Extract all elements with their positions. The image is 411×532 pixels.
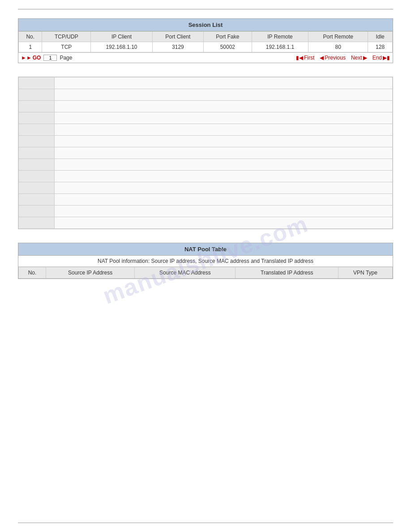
col-portclient: Port Client — [152, 32, 203, 42]
cell-ipremote: 192.168.1.1 — [252, 42, 308, 52]
middle-table-row — [19, 124, 393, 136]
middle-cell-left — [19, 136, 55, 147]
nat-pool-title: NAT Pool Table — [18, 243, 393, 256]
col-idle: Idle — [368, 32, 393, 42]
middle-cell-left — [19, 124, 55, 136]
page-label: Page — [60, 55, 72, 61]
previous-arrow-icon: ◀ — [320, 55, 324, 61]
middle-cell-right — [55, 171, 393, 182]
middle-cell-right — [55, 194, 393, 206]
nat-pool-container: NAT Pool Table NAT Pool information: Sou… — [18, 243, 393, 279]
nat-pool-table: No. Source IP Address Source MAC Address… — [18, 267, 393, 279]
middle-table-row — [19, 206, 393, 217]
next-label[interactable]: Next — [351, 55, 362, 61]
middle-table-row — [19, 217, 393, 229]
middle-cell-right — [55, 182, 393, 194]
cell-portfake: 50002 — [204, 42, 252, 52]
previous-label[interactable]: Previous — [325, 55, 346, 61]
bottom-rule — [18, 523, 393, 523]
middle-cell-right — [55, 124, 393, 136]
middle-cell-left — [19, 206, 55, 217]
middle-cell-left — [19, 89, 55, 101]
middle-cell-right — [55, 147, 393, 159]
middle-cell-left — [19, 182, 55, 194]
middle-table-row — [19, 147, 393, 159]
previous-nav[interactable]: ◀ Previous — [320, 55, 346, 61]
next-arrow-icon: ▶ — [363, 55, 367, 61]
middle-cell-left — [19, 217, 55, 229]
next-nav[interactable]: Next ▶ — [351, 55, 367, 61]
cell-portclient: 3129 — [152, 42, 203, 52]
end-label[interactable]: End — [372, 55, 382, 61]
cell-no: 1 — [19, 42, 42, 52]
col-portremote: Port Remote — [308, 32, 368, 42]
cell-tcpudp: TCP — [42, 42, 91, 52]
cell-idle: 128 — [368, 42, 393, 52]
middle-cell-right — [55, 77, 393, 89]
session-list-container: Session List No. TCP/UDP IP Client Port … — [18, 18, 393, 63]
col-ipremote: IP Remote — [252, 32, 308, 42]
col-tcpudp: TCP/UDP — [42, 32, 91, 42]
middle-cell-right — [55, 89, 393, 101]
middle-cell-right — [55, 217, 393, 229]
middle-cell-left — [19, 194, 55, 206]
middle-cell-right — [55, 159, 393, 171]
nat-col-vpn-type: VPN Type — [338, 267, 393, 279]
middle-cell-left — [19, 112, 55, 124]
go-button[interactable]: ►► GO — [21, 55, 41, 61]
session-list-title: Session List — [18, 19, 393, 31]
cell-ipclient: 192.168.1.10 — [91, 42, 153, 52]
middle-cell-right — [55, 206, 393, 217]
cell-portremote: 80 — [308, 42, 368, 52]
middle-cell-right — [55, 136, 393, 147]
col-portfake: Port Fake — [204, 32, 252, 42]
top-rule — [18, 9, 393, 9]
first-arrow-icon: ▮◀ — [296, 55, 303, 61]
page-wrapper: Session List No. TCP/UDP IP Client Port … — [0, 0, 411, 532]
middle-cell-left — [19, 159, 55, 171]
end-arrow-icon: ▶▮ — [383, 55, 390, 61]
middle-table-row — [19, 136, 393, 147]
nat-col-source-ip: Source IP Address — [46, 267, 134, 279]
middle-table-row — [19, 101, 393, 112]
middle-table-row — [19, 194, 393, 206]
go-label[interactable]: GO — [33, 55, 41, 61]
pagination-row: ►► GO Page ▮◀ First ◀ Previous Next ▶ — [18, 52, 393, 63]
middle-table-row — [19, 159, 393, 171]
session-table: No. TCP/UDP IP Client Port Client Port F… — [18, 31, 393, 52]
middle-cell-left — [19, 77, 55, 89]
middle-table-row — [19, 171, 393, 182]
nat-col-translated-ip: Translated IP Address — [235, 267, 338, 279]
end-nav[interactable]: End ▶▮ — [372, 55, 390, 61]
middle-cell-left — [19, 171, 55, 182]
go-arrow-icon: ►► — [21, 55, 32, 61]
first-label[interactable]: First — [304, 55, 314, 61]
middle-table-container — [18, 77, 393, 229]
table-row: 1 TCP 192.168.1.10 3129 50002 192.168.1.… — [19, 42, 393, 52]
middle-table — [18, 77, 393, 229]
middle-cell-left — [19, 101, 55, 112]
middle-table-row — [19, 89, 393, 101]
nat-col-source-mac: Source MAC Address — [135, 267, 235, 279]
nat-pool-description: NAT Pool information: Source IP address,… — [18, 256, 393, 267]
middle-table-row — [19, 112, 393, 124]
middle-table-row — [19, 77, 393, 89]
middle-cell-left — [19, 147, 55, 159]
middle-cell-right — [55, 101, 393, 112]
middle-cell-right — [55, 112, 393, 124]
col-ipclient: IP Client — [91, 32, 153, 42]
middle-table-row — [19, 182, 393, 194]
col-no: No. — [19, 32, 42, 42]
page-input[interactable] — [43, 55, 57, 61]
nat-col-no: No. — [19, 267, 46, 279]
pagination-nav: ▮◀ First ◀ Previous Next ▶ End ▶▮ — [296, 55, 390, 61]
first-nav[interactable]: ▮◀ First — [296, 55, 314, 61]
